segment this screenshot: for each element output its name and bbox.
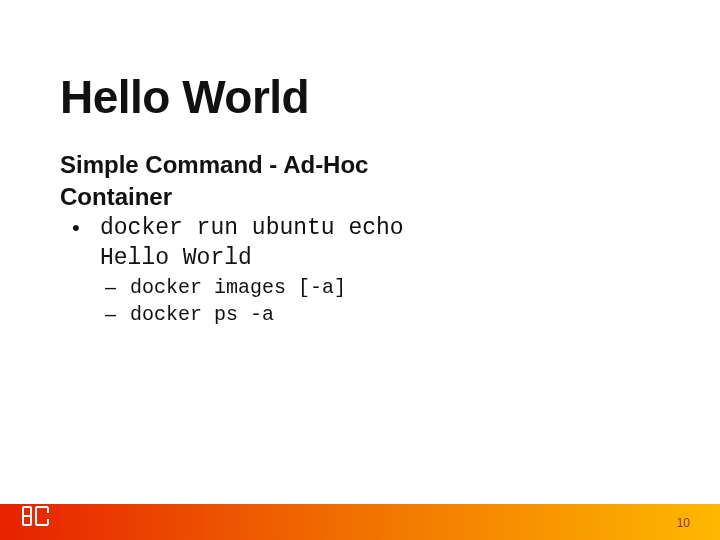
bullet-level1: docker run ubuntu echo Hello World xyxy=(60,214,660,274)
bullet-level2-a: docker images [-a] xyxy=(60,274,660,301)
slide-title: Hello World xyxy=(60,70,660,124)
slide-content: Hello World Simple Command - Ad-Hoc Cont… xyxy=(0,0,720,328)
slide-subtitle-line2: Container xyxy=(60,182,660,212)
page-number: 10 xyxy=(677,516,690,530)
slide-subtitle-line1: Simple Command - Ad-Hoc xyxy=(60,150,660,180)
slide: Hello World Simple Command - Ad-Hoc Cont… xyxy=(0,0,720,540)
bullet-l1-text-line1: docker run ubuntu echo xyxy=(100,215,404,241)
logo-icon xyxy=(22,504,50,532)
bullet-level2-b: docker ps -a xyxy=(60,301,660,328)
footer-bar: 10 xyxy=(0,504,720,540)
bullet-l1-text-line2: Hello World xyxy=(100,245,252,271)
